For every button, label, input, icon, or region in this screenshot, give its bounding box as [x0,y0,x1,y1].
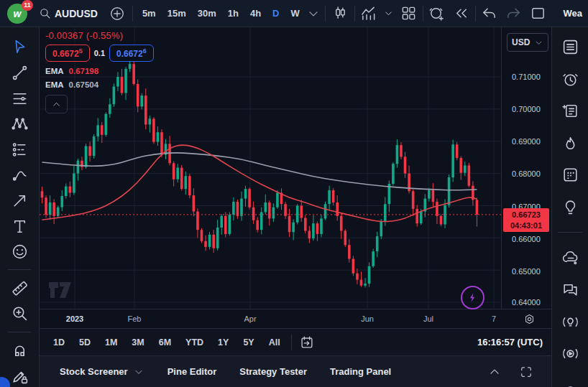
maximize-corners-icon [519,365,533,379]
text-tool[interactable] [7,215,32,238]
hotlists-panel-button[interactable] [560,134,580,152]
go-to-date-button[interactable] [296,332,318,353]
streams-panel-button[interactable] [560,345,580,363]
currency-dropdown[interactable]: USD [507,33,548,52]
time-axis[interactable]: 2023FebAprJunJul7 [40,309,551,328]
range-5y[interactable]: 5Y [236,335,260,350]
fib-retracement-tool[interactable] [7,87,32,110]
timeframe-w[interactable]: W [285,5,304,22]
range-6m[interactable]: 6M [152,335,178,350]
emoji-tool[interactable] [7,241,32,264]
stream-icon [561,345,579,363]
range-3m[interactable]: 3M [125,335,150,350]
layout-templates-button[interactable] [398,3,420,24]
panel-maximize-button[interactable] [515,361,537,383]
bar-replay-button[interactable] [451,3,472,24]
timeframe-5m[interactable]: 5m [137,5,161,22]
timeframe-4h[interactable]: 4h [245,5,266,22]
ema-indicator-row[interactable]: EMA0.67198 [45,67,154,75]
bar-countdown: 04:43:01 [503,220,549,231]
bid-price-sup: 5 [79,47,83,55]
grid-icon [400,5,417,22]
ideas-panel-button[interactable] [560,198,580,216]
separator [475,6,476,22]
instant-order-lightning-button[interactable] [461,286,484,309]
edit-lock-icon [11,367,29,385]
top-right-text: Wea [564,8,583,19]
range-5d[interactable]: 5D [73,335,97,350]
indicators-dropdown[interactable] [382,3,395,24]
range-1y[interactable]: 1Y [211,335,235,350]
price-axis[interactable]: USD 0.66723 04:43:01 0.710000.700000.690… [501,27,551,309]
separator [558,232,582,233]
price-tick: 0.65000 [512,267,541,276]
emoji-icon [11,243,29,261]
timeframe-15m[interactable]: 15m [162,5,191,22]
lock-drawings-tool[interactable] [7,364,32,387]
range-ytd[interactable]: YTD [179,335,210,350]
range-buttons: 1D5D1M3M6MYTD1Y5YAll [47,335,287,350]
range-all[interactable]: All [262,335,287,350]
timeframe-30m[interactable]: 30m [193,5,221,22]
timeframe-d[interactable]: D [267,5,284,22]
ema-indicator-row[interactable]: EMA0.67504 [45,80,154,89]
indicators-button[interactable] [358,3,380,24]
chat-icon [561,281,579,299]
measure-tool[interactable] [7,276,32,299]
chevron-down-icon [534,38,543,47]
panel-expand-button[interactable] [484,361,505,383]
redo-icon [505,5,522,22]
top-toolbar: w 11 AUDUSD 5m15m30m1h4hDW Wea [0,0,588,27]
prediction-tool[interactable] [7,138,32,161]
notes-panel-button[interactable] [560,102,580,120]
notifications-button[interactable] [560,377,580,387]
calendar-panel-button[interactable] [560,166,580,184]
undo-button[interactable] [479,3,500,24]
fib-icon [11,90,29,108]
bottom-tab-stock-screener[interactable]: Stock Screener [51,362,153,382]
watchlist-panel-button[interactable] [560,38,580,56]
zoom-in-tool[interactable] [7,302,32,325]
timeframe-1h[interactable]: 1h [223,5,244,22]
chart-settings-button[interactable] [520,310,538,327]
buy-ask-button[interactable]: 0.66726 [109,45,154,62]
create-alert-button[interactable] [426,3,448,24]
minds-panel-button[interactable] [560,249,580,267]
broker-logo[interactable]: w 11 [6,2,30,25]
timeframe-dropdown[interactable] [306,3,321,24]
redo-button[interactable] [503,3,525,24]
fullscreen-button[interactable] [528,3,549,24]
alerts-panel-button[interactable] [560,70,580,88]
xabcd-pattern-tool[interactable] [7,113,32,136]
broadcast-icon [561,313,579,331]
magnet-mode-tool[interactable] [7,339,32,362]
chevron-down-icon [306,6,321,22]
chat-panel-button[interactable] [560,281,580,299]
range-1m[interactable]: 1M [98,335,124,350]
currency-label: USD [512,37,530,47]
crosshair-tool[interactable] [7,36,32,59]
notes-icon [561,102,579,120]
undo-icon [481,5,497,22]
drawing-toolbar [0,27,40,387]
bottom-tab-pine-editor[interactable]: Pine Editor [159,362,226,381]
legend-collapse-button[interactable] [45,95,68,113]
alert-icon [561,70,579,88]
public-ideas-button[interactable] [560,313,580,331]
bottom-tab-trading-panel[interactable]: Trading Panel [321,362,400,381]
time-tick: Feb [128,314,142,323]
range-1d[interactable]: 1D [47,335,71,350]
chart-type-button[interactable] [330,3,352,24]
compare-add-button[interactable] [106,3,128,24]
bid-price: 0.6672 [52,49,79,59]
trend-line-tool[interactable] [7,62,32,85]
sell-bid-button[interactable]: 0.66725 [45,45,90,62]
notification-badge: 11 [22,0,33,11]
bottom-tab-strategy-tester[interactable]: Strategy Tester [231,362,316,381]
symbol-search-button[interactable]: AUDUSD [35,4,102,22]
arrow-tool[interactable] [7,190,32,213]
chart-pane[interactable]: -0.00367 (-0.55%) 0.66725 0.1 0.66726 EM… [40,27,501,309]
brush-tool[interactable] [7,164,32,187]
price-tick: 0.70000 [512,105,541,113]
time-tick: Apr [244,314,256,323]
